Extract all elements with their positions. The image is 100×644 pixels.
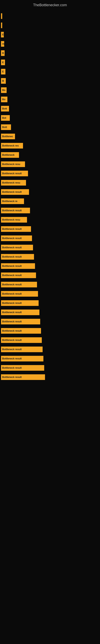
- site-title-container: TheBottlenecker.com: [0, 0, 100, 9]
- bar-item: B: [1, 78, 6, 84]
- bar-row: Bottleneck result: [0, 346, 100, 352]
- bar-item: Bottleneck result: [1, 291, 38, 297]
- bar-label: Bottleneck result: [2, 256, 22, 258]
- bar-item: [1, 13, 2, 19]
- bar-item: Bottleneck result: [1, 356, 43, 362]
- bar-label: Bottleneck result: [2, 190, 22, 194]
- bar-label: Bo: [2, 98, 5, 101]
- bar-row: B: [0, 78, 100, 84]
- bar-row: Bott: [0, 124, 100, 130]
- bar-item: Bottleneck resu: [1, 162, 25, 167]
- site-title: TheBottlenecker.com: [0, 0, 100, 9]
- bars-container: EmBEEBBoBoBottBotBottBottlenecBottleneck…: [0, 9, 100, 388]
- bar-item: Bottleneck result: [1, 245, 33, 250]
- bar-label: E: [2, 70, 4, 73]
- bar-row: Bottleneck result: [0, 208, 100, 213]
- bar-item: Bottleneck result: [1, 282, 37, 288]
- bar-label: Bottleneck result: [2, 376, 22, 378]
- bar-row: Bottleneck resu: [0, 180, 100, 186]
- bar-row: Bo: [0, 87, 100, 93]
- bar-item: Bott: [1, 124, 11, 130]
- bar-item: E: [1, 60, 5, 65]
- bar-row: Bot: [0, 115, 100, 121]
- bar-row: Bottleneck: [0, 152, 100, 158]
- bar-label: B: [2, 52, 4, 54]
- bar-label: Bottlenec: [2, 135, 13, 138]
- bar-label: Bottleneck result: [2, 366, 22, 369]
- bar-row: Bottleneck res: [0, 143, 100, 148]
- bar-label: Bottleneck re: [2, 200, 17, 203]
- bar-row: Bottleneck result: [0, 272, 100, 278]
- bar-item: E: [1, 32, 4, 38]
- bar-item: Bo: [1, 96, 7, 102]
- bar-row: [0, 13, 100, 19]
- bar-item: Bottleneck result: [1, 226, 31, 232]
- bar-row: Bottleneck result: [0, 226, 100, 232]
- bar-row: B: [0, 50, 100, 56]
- bar-label: Bottleneck res: [2, 144, 19, 147]
- bar-label: Bottleneck result: [2, 209, 22, 212]
- bar-label: Bottleneck result: [2, 274, 22, 277]
- bar-row: Bottleneck result: [0, 245, 100, 250]
- bar-item: Bottleneck result: [1, 263, 35, 269]
- bar-row: Bottleneck result: [0, 300, 100, 306]
- bar-item: Bottleneck res: [1, 143, 23, 148]
- bar-label: Bottleneck result: [2, 283, 22, 286]
- bar-item: Bot: [1, 115, 10, 121]
- bar-row: Bottlenec: [0, 134, 100, 139]
- bar-item: Bottleneck result: [1, 208, 30, 213]
- bar-row: Bottleneck result: [0, 310, 100, 315]
- bar-item: Bottleneck result: [1, 236, 32, 241]
- bar-label: Bot: [2, 116, 6, 119]
- bar-row: Bottleneck result: [0, 337, 100, 343]
- bar-label: Bo: [2, 89, 5, 92]
- bar-label: Bottleneck result: [2, 357, 22, 360]
- bar-item: Bottleneck result: [1, 328, 41, 334]
- bar-row: Bottleneck result: [0, 189, 100, 195]
- bar-row: Bottleneck result: [0, 328, 100, 334]
- bar-label: Bottleneck resu: [2, 218, 20, 221]
- bar-item: Bottleneck result: [1, 346, 43, 352]
- bar-label: Bottleneck result: [2, 237, 22, 240]
- bar-item: Bott: [1, 106, 9, 112]
- bar-item: Bottleneck result: [1, 374, 45, 380]
- bar-row: E: [0, 32, 100, 38]
- bar-row: Bottleneck result: [0, 236, 100, 241]
- bar-item: Bottleneck result: [1, 365, 44, 371]
- bar-label: Bottleneck result: [2, 228, 22, 230]
- bar-row: E: [0, 60, 100, 65]
- bar-row: E: [0, 69, 100, 74]
- bar-row: Bottleneck result: [0, 291, 100, 297]
- bar-label: E: [2, 61, 4, 64]
- bar-label: Bottleneck result: [2, 265, 22, 268]
- bar-row: Bottleneck re: [0, 198, 100, 204]
- bar-row: [0, 22, 100, 28]
- bar-row: Bottleneck result: [0, 263, 100, 269]
- bar-row: Bottleneck result: [0, 282, 100, 288]
- bar-label: Bottleneck result: [2, 246, 22, 249]
- bar-item: Bottlenec: [1, 134, 15, 139]
- bar-row: Bottleneck result: [0, 171, 100, 176]
- bar-item: Bottleneck result: [1, 319, 40, 324]
- bar-row: Bottleneck result: [0, 356, 100, 362]
- bar-item: [1, 22, 2, 28]
- bar-item: Bottleneck result: [1, 300, 39, 306]
- bar-label: Bottleneck result: [2, 292, 22, 295]
- bar-item: Bottleneck resu: [1, 217, 27, 222]
- bar-row: Bottleneck result: [0, 254, 100, 260]
- bar-row: Bo: [0, 96, 100, 102]
- bar-label: Bottleneck result: [2, 302, 22, 304]
- bar-row: Bottleneck result: [0, 374, 100, 380]
- bar-label: Bott: [2, 126, 7, 128]
- bar-row: Bottleneck resu: [0, 217, 100, 222]
- bar-item: Bottleneck result: [1, 272, 36, 278]
- bar-label: Bottleneck: [2, 154, 14, 156]
- bar-item: Bottleneck resu: [1, 180, 26, 186]
- bar-label: Bottleneck resu: [2, 181, 20, 184]
- bar-row: Bott: [0, 106, 100, 112]
- bar-item: Bottleneck result: [1, 337, 42, 343]
- bar-label: B: [2, 80, 4, 82]
- bar-label: Bottleneck result: [2, 311, 22, 314]
- bar-label: Bott: [2, 107, 7, 110]
- bar-label: Bottleneck result: [2, 172, 22, 175]
